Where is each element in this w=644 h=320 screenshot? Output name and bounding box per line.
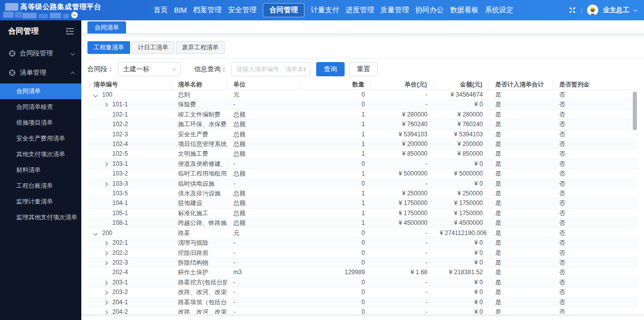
user-name[interactable]: 业主总工 — [603, 6, 629, 15]
cell-unit: 总额 — [227, 189, 300, 198]
fullscreen-expand-icon[interactable] — [568, 6, 576, 14]
sidebar-group-list-management[interactable]: 清单管理 — [0, 65, 81, 80]
nav-item-label: 进度管理 — [346, 6, 374, 15]
table-row[interactable]: 104-1 驻地建设 总额 1 ¥ 1750000 ¥ 1750000 是 否 — [87, 198, 638, 208]
table-row[interactable]: 108-1 跨越公路、铁路施工干... 总额 1 ¥ 4500000 ¥ 450… — [87, 218, 638, 228]
cell-code: 200 — [87, 228, 172, 238]
table-row[interactable]: 103-2 临时工程用地租用及清... 总额 1 ¥ 5000000 ¥ 500… — [87, 169, 638, 179]
cell-included-in-total: 是 — [489, 238, 553, 248]
table-row[interactable]: 203-2 改路、改河、改渠挖方(... - 0 - ¥ 0 是 否 — [87, 287, 638, 297]
expand-caret-icon[interactable] — [104, 241, 108, 245]
expand-caret-icon[interactable] — [94, 231, 98, 235]
header-nav-item[interactable]: 质量管理 — [379, 0, 410, 20]
table-row[interactable]: 202-2 挖除旧路面 - 0 - ¥ 0 是 否 — [87, 248, 638, 258]
cell-provisional-sum: 否 — [553, 179, 638, 189]
cell-quantity: 0 — [300, 238, 371, 248]
cell-name: 安全生产费 — [172, 130, 227, 139]
expand-caret-icon[interactable] — [104, 162, 108, 166]
sidebar-menu-item[interactable]: 其他支付项次清单 — [0, 147, 81, 162]
cell-included-in-total: 是 — [489, 139, 553, 149]
expand-caret-icon[interactable] — [104, 103, 108, 107]
subtitle-mosaic — [63, 14, 69, 18]
header-nav-item[interactable]: 合同管理 — [262, 0, 305, 20]
table-row[interactable]: 102-5 文明施工费 总额 1 ¥ 850000 ¥ 850000 是 否 — [87, 149, 638, 159]
cell-unit-price: ¥ 250000 — [371, 189, 434, 198]
table-row[interactable]: 102-2 施工环保、水保费 总额 1 ¥ 760240 ¥ 760240 是 … — [87, 120, 638, 129]
cell-provisional-sum: 否 — [553, 307, 638, 314]
table-row[interactable]: 202-3 拆除结构物 - 0 - ¥ 0 是 否 — [87, 258, 638, 268]
table-row[interactable]: 204-1 路基填筑（包括台阶开... - 0 - ¥ 0 是 否 — [87, 298, 638, 307]
sub-tab[interactable]: 计日工清单 — [132, 41, 174, 54]
table-row[interactable]: 204-2 改路、改河、改渠填筑(... - 0 - ¥ 0 是 否 — [87, 307, 638, 314]
header-nav-item[interactable]: 计量支付 — [310, 0, 340, 20]
table-row[interactable]: 202-4 耕作土保护 m3 129989 ¥ 1.68 ¥ 218381.52… — [87, 268, 638, 277]
menu-fold-icon[interactable] — [66, 27, 74, 35]
cell-unit: 总额 — [227, 139, 300, 149]
cell-name: 改路、改河、改渠填筑(... — [172, 307, 227, 314]
table-row[interactable]: 101-1 保险费 - 0 - ¥ 0 是 否 — [87, 100, 638, 109]
table-row[interactable]: 103-3 临时供电设施 - 0 - ¥ 0 是 否 — [87, 179, 638, 189]
header-nav-item[interactable]: BIM — [173, 0, 188, 20]
sidebar-group-contract-sections[interactable]: 合同段管理 — [0, 46, 81, 61]
sidebar-menu-item[interactable]: 合同清单 — [0, 83, 81, 99]
expand-caret-icon[interactable] — [104, 251, 108, 255]
page-tab-contract-list[interactable]: 合同清单 — [87, 21, 126, 34]
sub-tab[interactable]: 废弃工程清单 — [176, 41, 225, 54]
sidebar-menu-item[interactable]: 工程台账清单 — [0, 178, 81, 194]
expand-caret-icon[interactable] — [104, 261, 108, 265]
expand-caret-icon[interactable] — [94, 93, 98, 97]
chevron-down-icon[interactable] — [633, 7, 637, 11]
user-avatar[interactable] — [587, 5, 598, 16]
expand-caret-icon[interactable] — [104, 310, 108, 314]
cell-unit: - — [227, 248, 300, 258]
sidebar-menu-item[interactable]: 安全生产费用清单 — [0, 131, 81, 147]
expand-caret-icon[interactable] — [104, 182, 108, 186]
reset-button[interactable]: 重置 — [349, 62, 378, 76]
header-nav-item[interactable]: 系统设定 — [484, 0, 514, 20]
table-row[interactable]: 203-1 路基挖方(包括台阶开挖) - 0 - ¥ 0 是 否 — [87, 278, 638, 287]
expand-caret-icon[interactable] — [104, 300, 108, 304]
table-row[interactable]: 102-1 竣工文件编制费 总额 1 ¥ 280000 ¥ 280000 是 否 — [87, 110, 638, 120]
cell-quantity: 1 — [300, 169, 371, 179]
sidebar-menu-item[interactable]: 材料清单 — [0, 162, 81, 178]
table-row[interactable]: 105-1 标准化施工 总额 1 ¥ 1750000 ¥ 1750000 是 否 — [87, 209, 638, 218]
header-nav-item[interactable]: 协同办公 — [414, 0, 445, 20]
cell-included-in-total: 是 — [489, 278, 553, 287]
sidebar-menu-item[interactable]: 合同清单核查 — [0, 99, 81, 115]
cell-code: 102-1 — [87, 110, 172, 120]
table-row[interactable]: 202-1 清理与掘除 - 0 - ¥ 0 是 否 — [87, 238, 638, 248]
table-row[interactable]: 102-4 项目信息管理系统（暂... 总额 1 ¥ 200000 ¥ 2000… — [87, 139, 638, 149]
table-row[interactable]: 200 路基 元 0 - ¥ 274112190.006 是 否 — [87, 228, 638, 238]
list-table-wrap: 清单编号清单名称单位数量单价(元)金额(元)是否计入清单合计是否暂列金 100 … — [87, 79, 638, 314]
table-row[interactable]: 102-3 安全生产费 总额 1 ¥ 5394103 ¥ 5394103 是 否 — [87, 130, 638, 139]
sidebar-menu-item[interactable]: 监理其他支付项次清单 — [0, 210, 81, 225]
sub-tab[interactable]: 工程量清单 — [87, 41, 130, 54]
logo-mosaic — [3, 12, 14, 18]
search-button[interactable]: 查询 — [316, 62, 345, 76]
table-row[interactable]: 100 总则 元 0 - ¥ 34564674 是 否 — [87, 90, 638, 100]
cell-quantity: 1 — [300, 110, 371, 120]
project-dropdown-icon[interactable] — [71, 12, 78, 18]
cell-provisional-sum: 否 — [553, 287, 638, 297]
cell-unit: - — [227, 258, 300, 268]
sidebar-menu-item[interactable]: 监理计量清单 — [0, 194, 81, 210]
expand-caret-icon[interactable] — [104, 280, 108, 284]
header-nav-item[interactable]: 安全管理 — [227, 0, 257, 20]
code-text: 202-2 — [112, 249, 128, 256]
horizontal-scrollbar[interactable] — [81, 316, 644, 320]
header-nav-item[interactable]: 档案管理 — [192, 0, 223, 20]
header-nav-item[interactable]: 数据看板 — [449, 0, 479, 20]
header-nav-item[interactable]: 进度管理 — [345, 0, 375, 20]
table-row[interactable]: 103-1 便道及便桥修建、养护... - 0 - ¥ 0 是 否 — [87, 159, 638, 169]
sidebar-menu-item[interactable]: 措施项目清单 — [0, 115, 81, 131]
cell-provisional-sum: 否 — [553, 189, 638, 198]
table-row[interactable]: 103-5 供水及排污设施 总额 1 ¥ 250000 ¥ 250000 是 否 — [87, 189, 638, 198]
contract-section-select[interactable]: 土建一标 — [118, 62, 181, 76]
cell-unit: 总额 — [227, 110, 300, 120]
vertical-scrollbar[interactable] — [633, 92, 637, 130]
search-input[interactable] — [231, 62, 311, 76]
expand-caret-icon[interactable] — [104, 290, 108, 295]
header-nav-item[interactable]: 首页 — [152, 0, 169, 20]
cell-name: 改路、改河、改渠挖方(... — [172, 287, 227, 297]
cell-quantity: 0 — [300, 228, 371, 238]
